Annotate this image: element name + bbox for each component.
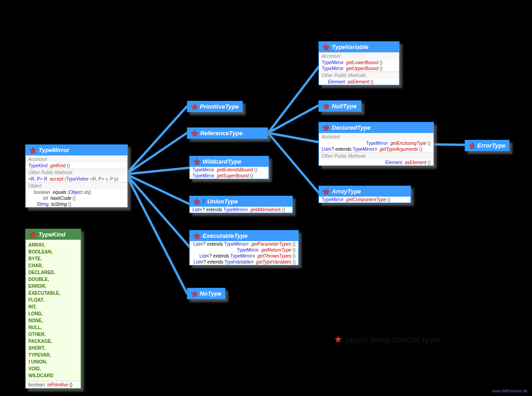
- svg-line-5: [126, 174, 187, 293]
- section-label: Accessor: [26, 155, 127, 163]
- class-title: ReferenceType: [200, 130, 243, 137]
- method-row: TypeMirror getExtendsBound (): [190, 167, 269, 173]
- class-header: TypeVariable: [319, 42, 399, 52]
- method-row: Element asElement (): [319, 79, 399, 85]
- method-row: List<? extends TypeVariable> getTypeVari…: [190, 259, 298, 265]
- method-row: <R, P> R accept (TypeVisitor <R, P> v, P…: [26, 176, 127, 182]
- section-label: Other Public Methods: [319, 72, 399, 79]
- class-title: ExecutableType: [203, 232, 248, 239]
- interface-icon: [193, 159, 200, 165]
- watermark: www.falkhausen.de: [492, 389, 527, 393]
- class-arraytype[interactable]: ArrayType TypeMirror getComponentType (): [318, 186, 411, 203]
- class-typevariable[interactable]: TypeVariable Accessor TypeMirror getLowe…: [318, 41, 400, 85]
- class-title: NullType: [332, 103, 356, 110]
- class-nulltype[interactable]: NullType: [318, 100, 362, 112]
- method-row: List<? extends TypeMirror> getParameterT…: [190, 241, 298, 247]
- class-title: TypeVariable: [332, 44, 368, 50]
- class-executabletype[interactable]: ExecutableType List<? extends TypeMirror…: [189, 230, 299, 265]
- class-header: ErrorType: [465, 140, 509, 151]
- class-title: TypeMirror: [38, 147, 69, 154]
- interface-icon: [469, 143, 474, 149]
- method-row: List<? extends TypeMirror> getTypeArgume…: [319, 146, 433, 152]
- interface-icon: [191, 291, 197, 297]
- svg-line-0: [126, 106, 187, 174]
- method-row: int hashCode (): [26, 195, 127, 201]
- class-referencetype[interactable]: ReferenceType: [187, 127, 268, 139]
- class-declaredtype[interactable]: DeclaredType Accessor TypeMirror getEncl…: [318, 122, 434, 166]
- svg-line-2: [126, 168, 189, 174]
- interface-icon: [323, 188, 329, 195]
- enum-typekind[interactable]: TypeKind ARRAY,BOOLEAN,BYTE,CHAR,DECLARE…: [25, 229, 81, 389]
- new-marker: !: [203, 198, 204, 205]
- method-row: TypeMirror getSuperBound (): [190, 173, 269, 179]
- class-header: TypeMirror: [26, 145, 127, 155]
- section-label: Object: [26, 182, 127, 189]
- interface-icon: [323, 103, 329, 110]
- svg-line-7: [268, 105, 318, 133]
- class-title: PrimitiveType: [200, 103, 239, 110]
- method-row: boolean equals (Object obj): [26, 189, 127, 195]
- class-header: ExecutableType: [190, 231, 298, 241]
- section-label: Accessor: [319, 133, 433, 140]
- svg-line-4: [126, 174, 189, 247]
- interface-icon: [191, 104, 197, 110]
- section-label: Accessor: [319, 52, 399, 60]
- class-header: NoType: [187, 288, 225, 299]
- method-row: TypeMirror getLowerBound (): [319, 60, 399, 66]
- class-header: WildcardType: [190, 156, 269, 167]
- method-row: TypeMirror getEnclosingType (): [319, 140, 433, 146]
- class-errortype[interactable]: ErrorType: [465, 140, 510, 151]
- class-primitivetype[interactable]: PrimitiveType: [187, 101, 243, 112]
- section-label: Other Public Methods: [26, 169, 127, 176]
- class-title: UnionType: [207, 198, 238, 205]
- class-title: ErrorType: [477, 142, 505, 149]
- class-notype[interactable]: NoType: [187, 288, 225, 299]
- class-typemirror[interactable]: TypeMirror Accessor TypeKind getKind () …: [25, 144, 128, 208]
- package-title: javax.lang.model.type: [335, 335, 441, 345]
- method-row: List<? extends TypeMirror> getThrownType…: [190, 253, 298, 259]
- method-row: TypeMirror getUpperBound (): [319, 66, 399, 72]
- method-row: boolean isPrimitive (): [26, 381, 81, 388]
- method-row: TypeKind getKind (): [26, 163, 127, 169]
- svg-line-8: [268, 133, 318, 142]
- class-header: TypeKind: [26, 229, 81, 240]
- class-title: TypeKind: [38, 231, 66, 238]
- svg-line-3: [126, 174, 189, 204]
- interface-icon: [191, 130, 197, 137]
- class-header: PrimitiveType: [187, 101, 242, 112]
- class-header: DeclaredType: [319, 122, 433, 133]
- class-header: ! UnionType: [190, 196, 292, 207]
- method-row: List<? extends TypeMirror> getAlternativ…: [190, 207, 292, 213]
- class-title: NoType: [200, 290, 221, 297]
- interface-icon: [193, 233, 200, 239]
- section-label: Other Public Methods: [319, 152, 433, 160]
- class-title: DeclaredType: [332, 124, 371, 131]
- method-row: Element asElement (): [319, 160, 433, 165]
- svg-line-6: [268, 66, 319, 133]
- class-title: WildcardType: [203, 158, 241, 165]
- interface-icon: [29, 147, 36, 154]
- method-row: TypeMirror getReturnType (): [190, 247, 298, 253]
- svg-line-10: [433, 144, 465, 145]
- class-header: ArrayType: [319, 186, 411, 197]
- enum-icon: [29, 231, 36, 238]
- interface-icon: [193, 198, 200, 205]
- class-uniontype[interactable]: ! UnionType List<? extends TypeMirror> g…: [189, 196, 293, 213]
- class-title: ArrayType: [332, 188, 361, 195]
- interface-icon: [323, 125, 329, 131]
- class-header: ReferenceType: [187, 128, 268, 138]
- method-row: String toString (): [26, 201, 127, 207]
- method-row: TypeMirror getComponentType (): [319, 197, 411, 203]
- svg-line-9: [268, 133, 318, 192]
- enum-constants: ARRAY,BOOLEAN,BYTE,CHAR,DECLARED,DOUBLE,…: [26, 240, 81, 381]
- interface-icon: [323, 44, 329, 50]
- class-header: NullType: [319, 101, 361, 111]
- package-icon: [335, 336, 343, 344]
- class-wildcardtype[interactable]: WildcardType TypeMirror getExtendsBound …: [189, 156, 269, 179]
- svg-line-1: [126, 133, 187, 174]
